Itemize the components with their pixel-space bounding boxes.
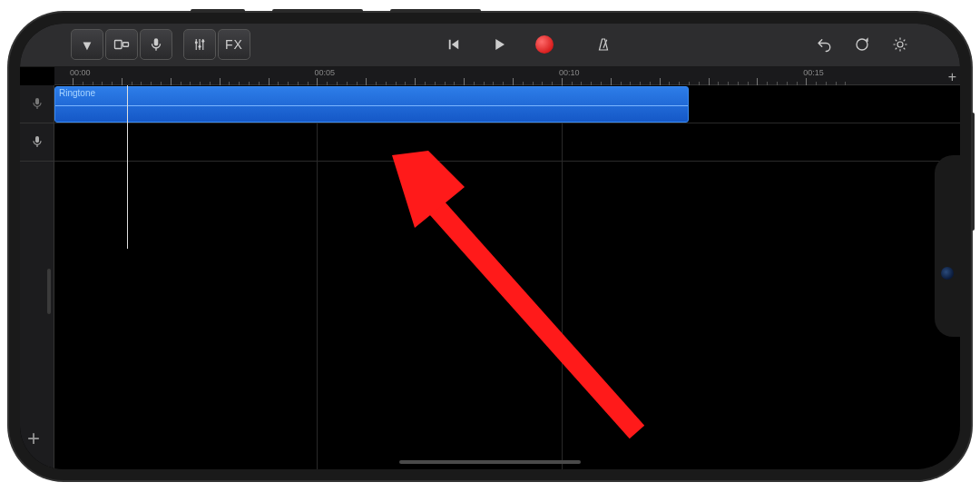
svg-line-20 (896, 48, 897, 50)
play-icon (491, 36, 507, 53)
record-icon (535, 35, 554, 54)
top-toolbar: ▼ (20, 24, 960, 67)
svg-line-21 (904, 40, 906, 42)
svg-rect-2 (154, 38, 159, 45)
track-controls-button[interactable] (183, 29, 216, 60)
svg-rect-1 (123, 43, 129, 47)
ruler-ticks (54, 74, 960, 85)
svg-point-7 (195, 41, 198, 44)
track-row[interactable]: Ringtone (54, 85, 960, 123)
browser-icon (113, 36, 130, 53)
svg-point-12 (857, 39, 867, 50)
svg-point-8 (199, 45, 201, 48)
undo-icon (816, 36, 832, 53)
loop-browser-button[interactable] (844, 29, 880, 60)
track-row[interactable] (54, 123, 960, 162)
home-indicator[interactable] (399, 460, 581, 464)
sliders-icon (191, 36, 208, 53)
microphone-icon (30, 94, 44, 113)
region-label: Ringtone (59, 88, 95, 98)
metronome-icon (595, 36, 612, 53)
phone-physical-button (971, 113, 975, 231)
rewind-button[interactable] (436, 29, 472, 60)
tracks-area: + Ringtone (20, 85, 960, 469)
svg-line-18 (896, 40, 897, 42)
timeline[interactable]: Ringtone (54, 85, 960, 469)
browser-view-button[interactable] (105, 29, 138, 60)
fx-button[interactable]: FX (218, 29, 250, 60)
phone-physical-button (390, 9, 481, 13)
view-dropdown-button[interactable]: ▼ (71, 29, 103, 60)
add-track-button[interactable]: + (27, 426, 40, 451)
device-notch (935, 155, 960, 337)
phone-physical-button (272, 9, 363, 13)
phone-physical-button (191, 9, 245, 13)
fx-label: FX (225, 37, 243, 52)
audio-region[interactable]: Ringtone (54, 86, 689, 123)
side-handle (47, 269, 51, 314)
track-header[interactable] (20, 85, 54, 123)
svg-rect-22 (35, 98, 39, 104)
play-button[interactable] (481, 29, 517, 60)
svg-line-19 (904, 48, 906, 50)
svg-rect-0 (115, 41, 122, 49)
playhead[interactable] (127, 85, 128, 249)
timeline-ruler[interactable]: 00:00 00:05 00:10 00:15 + (54, 67, 960, 85)
record-button[interactable] (526, 29, 563, 60)
svg-point-9 (201, 40, 204, 43)
add-section-button[interactable]: + (948, 69, 956, 85)
front-camera (941, 267, 954, 280)
gear-icon (892, 36, 908, 53)
metronome-button[interactable] (585, 29, 622, 60)
svg-rect-24 (35, 136, 39, 143)
skip-back-icon (446, 36, 462, 53)
svg-rect-10 (448, 40, 450, 50)
chevron-down-icon: ▼ (81, 37, 94, 53)
undo-button[interactable] (806, 29, 842, 60)
svg-point-13 (897, 42, 903, 47)
microphone-icon (148, 36, 164, 53)
track-header[interactable] (20, 123, 54, 162)
loop-icon (854, 36, 870, 53)
input-button[interactable] (140, 29, 172, 60)
settings-button[interactable] (882, 29, 918, 60)
waveform (55, 105, 688, 106)
phone-device-frame: ▼ (9, 13, 971, 480)
screen: ▼ (20, 24, 960, 469)
microphone-icon (30, 133, 44, 151)
